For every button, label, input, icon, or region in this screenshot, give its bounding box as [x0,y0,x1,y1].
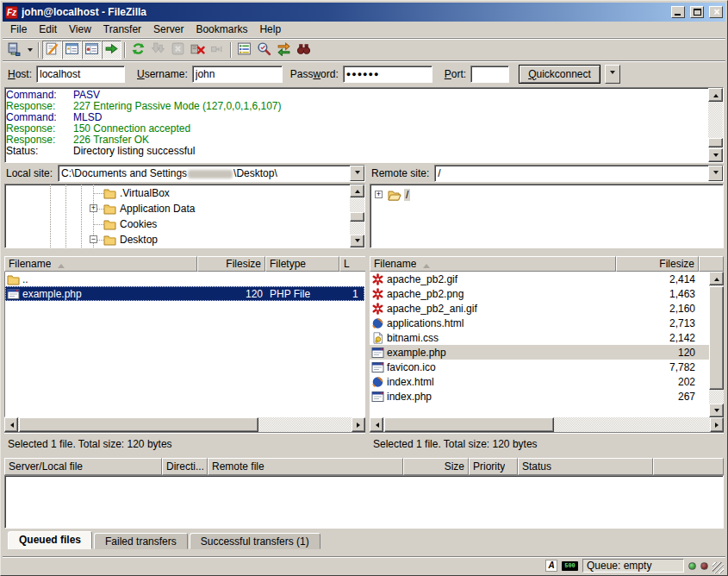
local-tree-scrollbar[interactable] [350,185,364,247]
scrollbar-thumb[interactable] [708,138,723,147]
scroll-right-button[interactable] [710,417,724,432]
column-header-size[interactable]: Size [403,458,469,475]
file-row-bitnami-css[interactable]: bitnami.css2,142 [370,330,709,345]
local-site-combo[interactable]: C:\Documents and Settings\Desktop\ [58,165,365,182]
scroll-up-button[interactable] [350,185,364,197]
menu-item-transfer[interactable]: Transfer [97,22,147,37]
column-header-filesize[interactable]: Filesize [616,256,699,272]
tab-queued-files[interactable]: Queued files [8,531,92,549]
toggle-remote-tree-button[interactable] [82,41,102,59]
file-row-apache-pb2-ani-gif[interactable]: apache_pb2_ani.gif2,160 [370,301,709,316]
menu-item-help[interactable]: Help [253,22,287,37]
scroll-right-button[interactable] [352,417,365,432]
remote-splitter[interactable] [370,248,724,256]
local-splitter[interactable] [4,248,365,256]
message-log-scrollbar[interactable] [708,88,723,162]
quickconnect-button[interactable]: Quickconnect [519,65,600,84]
column-header-filesize[interactable]: Filesize [197,256,265,272]
menu-item-bookmarks[interactable]: Bookmarks [190,22,253,37]
local-pane: Local site: C:\Documents and Settings\De… [4,164,365,454]
column-header-l[interactable]: L [339,256,365,272]
local-path-dropdown-button[interactable] [350,166,364,181]
tree-item-virtualbox[interactable]: .VirtualBox [5,185,350,201]
refresh-button[interactable] [128,41,148,59]
column-header-server-local-file[interactable]: Server/Local file [4,458,162,475]
scroll-down-button[interactable] [709,404,724,417]
username-input[interactable] [192,66,283,83]
collapse-toggle[interactable]: − [90,235,97,243]
column-header-filename[interactable]: Filename [370,256,616,272]
file-row-example-php[interactable]: example.php120PHP File1 [5,286,364,301]
sort-ascending-icon [423,260,430,268]
menu-item-server[interactable]: Server [147,22,190,37]
reconnect-button[interactable] [208,41,227,59]
file-row-index-php[interactable]: index.php267 [370,389,709,404]
close-button[interactable]: × [709,6,723,18]
site-manager-dropdown-button[interactable] [24,41,35,59]
host-input[interactable] [36,66,125,83]
file-row-favicon-ico[interactable]: favicon.ico7,782 [370,360,709,374]
file-row-apache-pb2-gif[interactable]: apache_pb2.gif2,414 [370,272,709,286]
find-files-button[interactable] [294,41,314,59]
scroll-up-button[interactable] [709,272,724,285]
scrollbar-thumb[interactable] [19,417,258,432]
scroll-left-button[interactable] [370,417,383,432]
menu-item-file[interactable]: File [4,22,33,37]
scroll-down-button[interactable] [708,148,723,162]
menu-item-view[interactable]: View [63,22,97,37]
filesize: 2,142 [616,332,699,344]
title-bar[interactable]: Fz john@localhost - FileZilla × [3,3,725,22]
expand-toggle[interactable]: + [90,204,97,212]
minimize-button[interactable] [671,6,685,18]
disconnect-button[interactable] [188,41,208,59]
tree-item-desktop[interactable]: −Desktop [5,232,350,247]
directory-comparison-button[interactable] [254,41,274,59]
local-horizontal-scrollbar[interactable] [4,417,365,432]
column-header-filetype[interactable]: Filetype [265,256,339,272]
password-input[interactable] [343,66,432,83]
quickconnect-dropdown-button[interactable] [605,65,620,84]
folder-icon [103,203,116,217]
scroll-down-button[interactable] [350,235,364,247]
column-header-filler [653,458,724,475]
remote-site-combo[interactable]: / [434,165,724,182]
scrollbar-thumb[interactable] [350,212,364,222]
file-row-index-html[interactable]: index.html202 [370,374,709,389]
tree-item-root[interactable]: +/ [370,187,723,203]
tree-item-application-data[interactable]: +Application Data [5,201,350,216]
file-row-[interactable]: .. [5,272,364,286]
resize-grip[interactable] [712,562,724,573]
process-queue-button[interactable] [148,41,168,59]
local-status-text: Selected 1 file. Total size: 120 bytes [4,432,365,454]
column-header-directi[interactable]: Directi... [162,458,208,475]
site-manager-button[interactable] [4,41,24,59]
toggle-local-tree-button[interactable] [62,41,82,59]
remote-list-scrollbar[interactable] [709,272,724,417]
tab-failed-transfers[interactable]: Failed transfers [94,533,188,549]
maximize-button[interactable] [690,6,704,18]
scrollbar-thumb[interactable] [709,286,724,390]
toggle-transfer-queue-button[interactable] [102,41,121,59]
file-row-applications-html[interactable]: applications.html2,713 [370,316,709,330]
scroll-up-button[interactable] [708,88,723,102]
file-row-apache-pb2-png[interactable]: apache_pb2.png1,463 [370,286,709,301]
column-header-status[interactable]: Status [518,458,653,475]
cancel-operation-button[interactable] [168,41,188,59]
tab-successful-transfers-1[interactable]: Successful transfers (1) [190,533,320,549]
directory-filters-button[interactable] [234,41,254,59]
file-row-example-php[interactable]: example.php120 [370,345,709,360]
remote-horizontal-scrollbar[interactable] [370,417,724,432]
column-header-priority[interactable]: Priority [469,458,518,475]
speed-limit-icon[interactable]: 500 [562,561,578,571]
synchronized-browsing-button[interactable] [274,41,294,59]
menu-item-edit[interactable]: Edit [33,22,63,37]
column-header-remote-file[interactable]: Remote file [208,458,403,475]
column-header-filename[interactable]: Filename [4,256,197,272]
remote-path-dropdown-button[interactable] [708,166,723,181]
scroll-left-button[interactable] [4,417,18,432]
tree-item-cookies[interactable]: Cookies [5,216,350,232]
expand-toggle[interactable]: + [375,191,383,198]
port-input[interactable] [470,66,509,83]
scrollbar-thumb[interactable] [384,417,554,432]
toggle-message-log-button[interactable] [42,41,62,59]
